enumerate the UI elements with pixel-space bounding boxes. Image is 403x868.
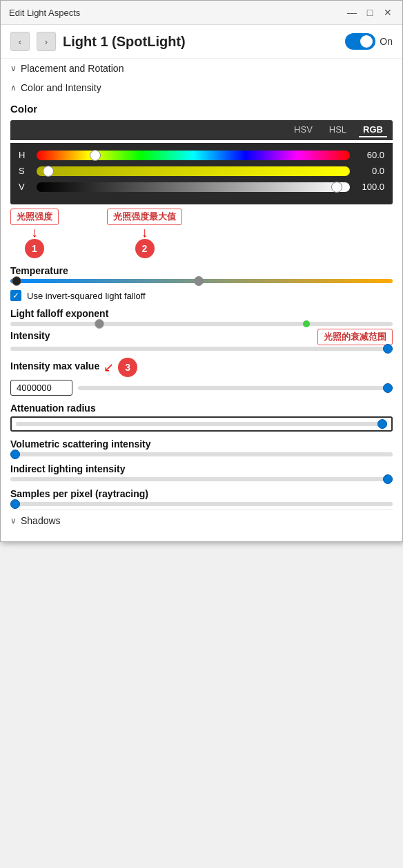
title-controls: — □ ✕ bbox=[346, 6, 394, 19]
samples-section: Samples per pixel (raytracing) bbox=[10, 488, 393, 506]
close-button[interactable]: ✕ bbox=[382, 6, 394, 19]
temperature-thumb bbox=[12, 276, 21, 286]
shadows-row[interactable]: ∨ Shadows bbox=[10, 509, 393, 532]
h-label: H bbox=[19, 150, 31, 160]
h-slider[interactable] bbox=[37, 151, 350, 160]
falloff-label: Light falloff exponent bbox=[10, 308, 393, 319]
tab-hsl[interactable]: HSL bbox=[325, 123, 351, 137]
attenuation-thumb bbox=[377, 419, 387, 429]
intensity-max-value[interactable]: 4000000 bbox=[10, 380, 72, 396]
attenuation-slider[interactable] bbox=[16, 422, 387, 426]
h-thumb bbox=[90, 150, 101, 161]
v-value: 100.0 bbox=[350, 182, 384, 192]
shadows-chevron-icon: ∨ bbox=[10, 516, 17, 525]
intensity-label: Intensity bbox=[10, 330, 50, 341]
volumetric-section: Volumetric scattering intensity bbox=[10, 438, 393, 456]
s-value: 0.0 bbox=[350, 166, 384, 176]
s-slider[interactable] bbox=[37, 166, 350, 176]
nav-next-button[interactable]: › bbox=[37, 32, 56, 51]
indirect-label: Indirect lighting intensity bbox=[10, 463, 393, 474]
indirect-slider[interactable] bbox=[10, 477, 393, 481]
attenuation-section: Attenuation radius bbox=[10, 403, 393, 432]
samples-slider-wrap bbox=[10, 502, 393, 506]
invert-falloff-label: Use invert-squared light falloff bbox=[27, 291, 146, 301]
window-title: Edit Light Aspects bbox=[9, 8, 80, 18]
v-label: V bbox=[19, 182, 31, 192]
intensity-slider-wrap bbox=[10, 347, 393, 351]
temperature-slider-wrap bbox=[10, 279, 393, 283]
intensity-max-row: 4000000 bbox=[10, 380, 393, 396]
arrow-icon-1: ↓ bbox=[31, 225, 38, 239]
intensity-max-header: Intensity max value ↙ 3 bbox=[10, 358, 393, 377]
hsv-panel: H 60.0 S 0.0 V bbox=[10, 143, 393, 204]
annotation-row-1: 光照强度 ↓ 1 光照强度最大值 ↓ 2 bbox=[10, 209, 393, 258]
volumetric-thumb bbox=[10, 450, 20, 459]
temperature-slider-row bbox=[10, 279, 393, 283]
window: Edit Light Aspects — □ ✕ ‹ › Light 1 (Sp… bbox=[0, 0, 403, 542]
temperature-thumb-2 bbox=[194, 276, 204, 286]
invert-falloff-checkbox[interactable] bbox=[10, 290, 21, 301]
v-thumb bbox=[331, 182, 342, 193]
color-tabs: HSV HSL RGB bbox=[10, 120, 393, 140]
indirect-section: Indirect lighting intensity bbox=[10, 463, 393, 481]
volumetric-slider-wrap bbox=[10, 452, 393, 456]
tab-rgb[interactable]: RGB bbox=[359, 123, 387, 137]
placement-section-row[interactable]: ∨ Placement and Rotation bbox=[10, 59, 393, 78]
samples-label: Samples per pixel (raytracing) bbox=[10, 488, 393, 499]
color-intensity-section-row[interactable]: ∧ Color and Intensity bbox=[10, 78, 393, 97]
attenuation-box bbox=[10, 416, 393, 432]
s-label: S bbox=[19, 166, 31, 176]
content-area: ∨ Placement and Rotation ∧ Color and Int… bbox=[1, 59, 402, 541]
intensity-max-thumb bbox=[383, 383, 393, 393]
nav-prev-button[interactable]: ‹ bbox=[10, 32, 30, 51]
indirect-slider-wrap bbox=[10, 477, 393, 481]
falloff-slider-wrap bbox=[10, 322, 393, 326]
color-section: Color HSV HSL RGB H 60.0 S bbox=[10, 103, 393, 258]
maximize-button[interactable]: □ bbox=[364, 6, 376, 19]
color-title: Color bbox=[10, 103, 393, 115]
intensity-max-label: Intensity max value bbox=[10, 360, 99, 372]
color-intensity-label: Color and Intensity bbox=[21, 82, 101, 93]
indirect-thumb bbox=[383, 474, 393, 484]
intensity-max-slider[interactable] bbox=[78, 386, 393, 390]
intensity-annotation-row: Intensity 光照的衰减范围 bbox=[10, 329, 393, 345]
falloff-section: Light falloff exponent bbox=[10, 308, 393, 326]
annotation-zuida: 光照强度最大值 bbox=[107, 209, 182, 225]
invert-falloff-row: Use invert-squared light falloff bbox=[10, 290, 393, 301]
s-thumb bbox=[43, 166, 54, 177]
annotation-1: 光照强度 ↓ 1 bbox=[10, 209, 59, 258]
light-toggle[interactable] bbox=[345, 33, 375, 50]
falloff-slider[interactable] bbox=[10, 322, 393, 326]
color-chevron-icon: ∧ bbox=[10, 83, 17, 93]
placement-label: Placement and Rotation bbox=[21, 63, 124, 74]
v-slider[interactable] bbox=[37, 182, 350, 192]
arrow-icon-2: ↓ bbox=[141, 225, 148, 239]
annotation-qiangdu: 光照强度 bbox=[10, 209, 59, 225]
v-row: V 100.0 bbox=[19, 182, 384, 192]
temperature-section: Temperature bbox=[10, 265, 393, 283]
h-row: H 60.0 bbox=[19, 150, 384, 160]
dot-green bbox=[303, 318, 310, 330]
intensity-thumb bbox=[383, 344, 393, 354]
samples-slider[interactable] bbox=[10, 502, 393, 506]
temperature-slider[interactable] bbox=[10, 279, 393, 283]
arrow-icon-3: ↙ bbox=[104, 360, 114, 375]
circle-1: 1 bbox=[25, 239, 44, 258]
minimize-button[interactable]: — bbox=[346, 6, 358, 19]
header-row: ‹ › Light 1 (SpotLight) On bbox=[1, 25, 402, 59]
annotation-2: 光照强度最大值 ↓ 2 bbox=[107, 209, 182, 258]
title-bar: Edit Light Aspects — □ ✕ bbox=[1, 1, 402, 25]
s-row: S 0.0 bbox=[19, 166, 384, 176]
volumetric-slider[interactable] bbox=[10, 452, 393, 456]
tab-hsv[interactable]: HSV bbox=[290, 123, 317, 137]
circle-2: 2 bbox=[135, 239, 155, 258]
intensity-slider[interactable] bbox=[10, 347, 393, 351]
attenuation-slider-wrap bbox=[16, 422, 387, 426]
temperature-label: Temperature bbox=[10, 265, 393, 276]
shadows-label: Shadows bbox=[21, 515, 61, 526]
circle-3: 3 bbox=[118, 358, 137, 377]
placement-chevron-icon: ∨ bbox=[10, 64, 17, 73]
samples-thumb bbox=[10, 499, 20, 509]
falloff-thumb bbox=[95, 319, 104, 329]
annotation-shuaijian: 光照的衰减范围 bbox=[317, 329, 393, 345]
